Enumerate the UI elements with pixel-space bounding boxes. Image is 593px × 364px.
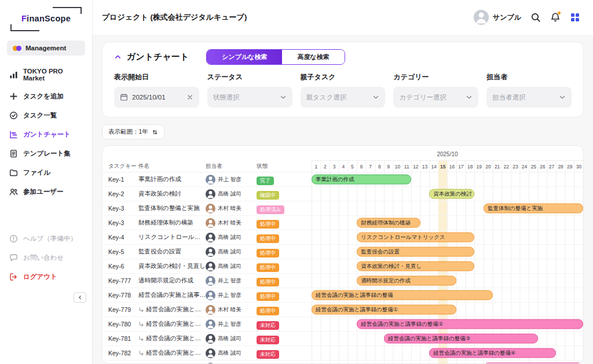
assignee-name: 高橋 誠司 bbox=[218, 248, 241, 256]
gantt-row[interactable]: Key-779 経営会議の実施と議事録の整備① 木村 晴美 処理中 経営会議の実… bbox=[103, 303, 583, 317]
gantt-bar[interactable]: 財務経理体制の構築 bbox=[357, 218, 420, 228]
gantt-row[interactable]: Key-1 事業計画の作成 井上 智彦 完了 事業計画の作成 bbox=[103, 172, 583, 187]
sidebar-collapse-button[interactable] bbox=[74, 292, 86, 303]
sidebar-item-logout[interactable]: ログアウト bbox=[0, 267, 92, 286]
assignee-name: 木村 晴美 bbox=[218, 219, 241, 227]
gantt-row[interactable]: Key-5 監査役会の設置 高橋 誠司 処理中 監査役会の設置 bbox=[103, 245, 583, 259]
filter-status-select[interactable]: 状態選択 bbox=[207, 87, 292, 108]
sidebar-item-files[interactable]: ファイル bbox=[0, 163, 92, 182]
day-14: 14 bbox=[429, 164, 438, 170]
filter-assignee-select[interactable]: 担当者選択 bbox=[486, 87, 572, 108]
gantt-bar-label: 経営会議の実施と議事録の整備 bbox=[316, 292, 393, 299]
assignee-avatar bbox=[206, 334, 215, 344]
gantt-row[interactable]: Key-777 適時開示規定の作成 井上 智彦 処理中 適時開示規定の作成 bbox=[103, 274, 583, 288]
gantt-bar[interactable]: 経営会議の実施と議事録の整備③ bbox=[384, 334, 538, 344]
day-2: 2 bbox=[321, 164, 330, 170]
status-badge: 処理中 bbox=[257, 234, 279, 243]
tab-simple-search[interactable]: シンプルな検索 bbox=[207, 50, 282, 64]
task-name: 経営会議の実施と議事録の整備② bbox=[138, 320, 206, 328]
assignee-avatar bbox=[206, 175, 215, 185]
status-badge: 未対応 bbox=[257, 350, 279, 359]
sidebar-item-tokyo-pro-market[interactable]: TOKYO PRO Market bbox=[0, 62, 92, 87]
gantt-row[interactable]: Key-780 経営会議の実施と議事録の整備② 井上 智彦 未対応 経営会議の実… bbox=[103, 317, 583, 332]
sidebar-nav: TOKYO PRO Market タスクを追加 タスク一覧 ガントチャート テン… bbox=[0, 62, 92, 201]
gantt-bar[interactable]: 監査体制の整備と実施 bbox=[484, 204, 583, 214]
gantt-bar-label: 経営会議の実施と議事録の整備④ bbox=[433, 350, 515, 357]
gantt-row[interactable]: Key-783 経営会議の実施と議事録の整備⑤ 高橋 誠司 未対応 経営会議の実… bbox=[103, 361, 583, 364]
gantt-row[interactable]: Key-3 財務経理体制の構築 木村 晴美 処理中 財務経理体制の構築 bbox=[103, 216, 583, 230]
range-control[interactable]: 表示範囲：1年 bbox=[102, 124, 164, 139]
gantt-row[interactable]: Key-2 資本政策の検討 高橋 誠司 確認中 資本政策の検討 bbox=[103, 187, 583, 201]
search-button[interactable] bbox=[530, 12, 541, 23]
sidebar-item-templates[interactable]: テンプレート集 bbox=[0, 144, 92, 163]
management-button[interactable]: Management bbox=[7, 41, 85, 56]
apps-menu-button[interactable] bbox=[570, 12, 580, 23]
day-27: 27 bbox=[547, 164, 557, 170]
subtask-arrow-icon bbox=[138, 321, 144, 327]
sidebar-item-gantt-chart[interactable]: ガントチャート bbox=[0, 125, 92, 144]
task-key: Key-4 bbox=[103, 234, 138, 241]
filter-parent-task-select[interactable]: 親タスク選択 bbox=[301, 87, 386, 108]
gantt-bar[interactable]: 経営会議の実施と議事録の整備④ bbox=[429, 348, 556, 358]
task-name: 経営会議の実施と議事録の整備 bbox=[138, 291, 206, 299]
gantt-row[interactable]: Key-778 経営会議の実施と議事録の整備 井上 智彦 処理中 経営会議の実施… bbox=[103, 288, 583, 303]
status-badge: 未対応 bbox=[257, 321, 279, 330]
chevron-up-icon bbox=[114, 53, 122, 61]
gantt-bar[interactable]: 資本政策の検討・見直し bbox=[357, 262, 474, 271]
sort-arrows-icon bbox=[152, 129, 158, 135]
collapse-section-button[interactable] bbox=[114, 53, 122, 61]
gantt-bar[interactable]: 監査役会の設置 bbox=[357, 247, 474, 257]
task-key: Key-2 bbox=[103, 190, 138, 197]
sidebar-item-members[interactable]: 参加ユーザー bbox=[0, 182, 92, 201]
filter-field: ステータス 状態選択 bbox=[207, 72, 292, 108]
gantt-row[interactable]: Key-3 監査体制の整備と実施 木村 晴美 処理済み 監査体制の整備と実施 bbox=[103, 201, 583, 216]
gantt-row[interactable]: Key-781 経営会議の実施と議事録の整備③ 高橋 誠司 未対応 経営会議の実… bbox=[103, 332, 583, 346]
user-chip[interactable]: サンプル bbox=[474, 10, 521, 25]
gantt-row[interactable]: Key-6 資本政策の検討・見直し 高橋 誠司 処理中 資本政策の検討・見直し bbox=[103, 259, 583, 274]
sidebar-item-add-task[interactable]: タスクを追加 bbox=[0, 87, 92, 106]
task-timeline: 経営会議の実施と議事録の整備 bbox=[312, 288, 583, 302]
section-title: ガントチャート bbox=[127, 52, 189, 62]
task-status-cell: 処理中 bbox=[257, 275, 287, 286]
sidebar-item-label: タスクを追加 bbox=[23, 92, 64, 101]
help-icon bbox=[9, 234, 18, 243]
filter-label: 親子タスク bbox=[301, 72, 386, 82]
sidebar-item-contact[interactable]: お問い合わせ bbox=[0, 248, 92, 267]
filter-start-date-input[interactable]: 2025/10/01 bbox=[114, 87, 199, 108]
filter-label: 表示開始日 bbox=[114, 72, 199, 82]
notifications-button[interactable] bbox=[550, 12, 561, 23]
filter-category-select[interactable]: カテゴリー選択 bbox=[393, 87, 478, 108]
assignee-name: 井上 智彦 bbox=[218, 176, 241, 183]
filter-value: 状態選択 bbox=[213, 93, 240, 102]
clear-icon[interactable] bbox=[186, 94, 193, 101]
gantt-bar[interactable]: 事業計画の作成 bbox=[312, 175, 411, 185]
gantt-bar[interactable]: リスクコントロールマトリックス bbox=[357, 233, 474, 242]
gantt-bar[interactable]: 資本政策の検討 bbox=[429, 189, 474, 199]
filter-grid: 表示開始日 2025/10/01 ステータス 状態選択 親子タスク 親タスク選択… bbox=[114, 72, 572, 108]
day-9: 9 bbox=[384, 164, 393, 170]
gantt-bar[interactable]: 経営会議の実施と議事録の整備② bbox=[357, 319, 583, 329]
gantt-bar[interactable]: 経営会議の実施と議事録の整備 bbox=[312, 291, 493, 300]
tab-advanced-search[interactable]: 高度な検索 bbox=[282, 50, 344, 64]
sidebar-footer-nav: ヘルプ（準備中） お問い合わせ ログアウト bbox=[0, 229, 92, 286]
task-timeline: 事業計画の作成 bbox=[312, 172, 583, 186]
main-content: ガントチャート シンプルな検索高度な検索 表示開始日 2025/10/01 ステ… bbox=[93, 35, 593, 364]
notification-dot bbox=[557, 11, 561, 15]
day-30: 30 bbox=[574, 164, 584, 170]
gantt-bar[interactable]: 経営会議の実施と議事録の整備① bbox=[312, 305, 456, 315]
table-column-headers: タスクキー件名担当者状態 bbox=[103, 163, 312, 170]
assignee-avatar bbox=[206, 291, 215, 300]
task-assignee: 井上 智彦 bbox=[206, 276, 257, 286]
app-logo-text: FinanScope bbox=[10, 14, 82, 23]
filter-field: 担当者 担当者選択 bbox=[486, 72, 572, 108]
task-key: Key-6 bbox=[103, 263, 138, 270]
plus-icon bbox=[9, 92, 18, 101]
gantt-row[interactable]: Key-782 経営会議の実施と議事録の整備④ 高橋 誠司 未対応 経営会議の実… bbox=[103, 346, 583, 361]
gantt-bar[interactable]: 適時開示規定の作成 bbox=[357, 276, 456, 286]
gantt-rows: Key-1 事業計画の作成 井上 智彦 完了 事業計画の作成 Key-2 資本政… bbox=[103, 172, 583, 364]
day-24: 24 bbox=[520, 164, 529, 170]
sidebar-item-help[interactable]: ヘルプ（準備中） bbox=[0, 229, 92, 248]
app-logo[interactable]: FinanScope bbox=[8, 7, 84, 31]
sidebar-item-task-list[interactable]: タスク一覧 bbox=[0, 106, 92, 125]
gantt-row[interactable]: Key-4 リスクコントロールマトリックス 高橋 誠司 処理中 リスクコントロー… bbox=[103, 230, 583, 245]
